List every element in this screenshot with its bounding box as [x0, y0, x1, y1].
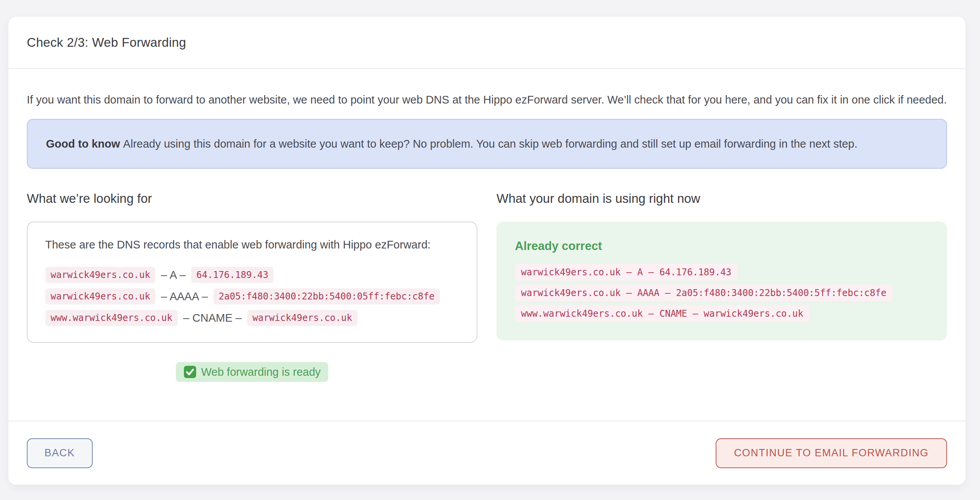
actual-record-pill: warwick49ers.co.uk — A — 64.176.189.43	[515, 264, 737, 281]
actual-record-row: warwick49ers.co.uk — AAAA — 2a05:f480:34…	[515, 285, 929, 301]
record-name-pill: warwick49ers.co.uk	[45, 267, 156, 283]
page-title: Check 2/3: Web Forwarding	[27, 35, 186, 50]
card-header: Check 2/3: Web Forwarding	[8, 17, 965, 69]
expected-record-row: warwick49ers.co.uk – AAAA – 2a05:f480:34…	[45, 288, 459, 304]
expected-record-row: warwick49ers.co.uk – A – 64.176.189.43	[45, 267, 459, 283]
actual-record-pill: warwick49ers.co.uk — AAAA — 2a05:f480:34…	[515, 285, 893, 301]
record-value-pill: 64.176.189.43	[191, 267, 274, 283]
expected-record-row: www.warwick49ers.co.uk – CNAME – warwick…	[45, 310, 459, 326]
card-footer: BACK CONTINUE TO EMAIL FORWARDING	[8, 421, 965, 485]
already-correct-status: Already correct	[515, 239, 929, 253]
callout-title: Good to know	[46, 138, 123, 150]
status-badge-wrapper: Web forwarding is ready	[27, 362, 477, 382]
intro-paragraph: If you want this domain to forward to an…	[27, 90, 947, 109]
record-name-pill: warwick49ers.co.uk	[45, 288, 156, 304]
record-type-join: – AAAA –	[161, 290, 208, 303]
web-forwarding-ready-badge: Web forwarding is ready	[176, 362, 328, 382]
actual-record-pill: www.warwick49ers.co.uk — CNAME — warwick…	[515, 305, 810, 322]
badge-label: Web forwarding is ready	[201, 366, 321, 378]
expected-records-box: These are the DNS records that enable we…	[27, 222, 477, 343]
back-button[interactable]: BACK	[27, 438, 93, 468]
actual-heading: What your domain is using right now	[497, 190, 947, 207]
expected-column: What we’re looking for These are the DNS…	[27, 190, 477, 382]
expected-heading: What we’re looking for	[27, 190, 477, 207]
record-value-pill: warwick49ers.co.uk	[247, 310, 357, 326]
good-to-know-callout: Good to know Already using this domain f…	[27, 119, 947, 169]
comparison-columns: What we’re looking for These are the DNS…	[27, 190, 947, 382]
check-icon	[184, 365, 197, 378]
actual-column: What your domain is using right now Alre…	[497, 190, 947, 382]
card-body: If you want this domain to forward to an…	[8, 69, 965, 421]
record-name-pill: www.warwick49ers.co.uk	[45, 310, 178, 326]
callout-text: Already using this domain for a website …	[123, 138, 857, 150]
actual-records-box: Already correct warwick49ers.co.uk — A —…	[497, 222, 947, 340]
actual-record-row: warwick49ers.co.uk — A — 64.176.189.43	[515, 264, 929, 281]
record-value-pill: 2a05:f480:3400:22bb:5400:05ff:febc:c8fe	[213, 288, 440, 304]
web-forwarding-check-card: Check 2/3: Web Forwarding If you want th…	[8, 17, 965, 485]
continue-to-email-forwarding-button[interactable]: CONTINUE TO EMAIL FORWARDING	[716, 438, 947, 468]
actual-record-row: www.warwick49ers.co.uk — CNAME — warwick…	[515, 305, 929, 322]
record-type-join: – A –	[161, 269, 186, 281]
record-type-join: – CNAME –	[183, 312, 242, 324]
expected-box-intro: These are the DNS records that enable we…	[45, 236, 459, 253]
